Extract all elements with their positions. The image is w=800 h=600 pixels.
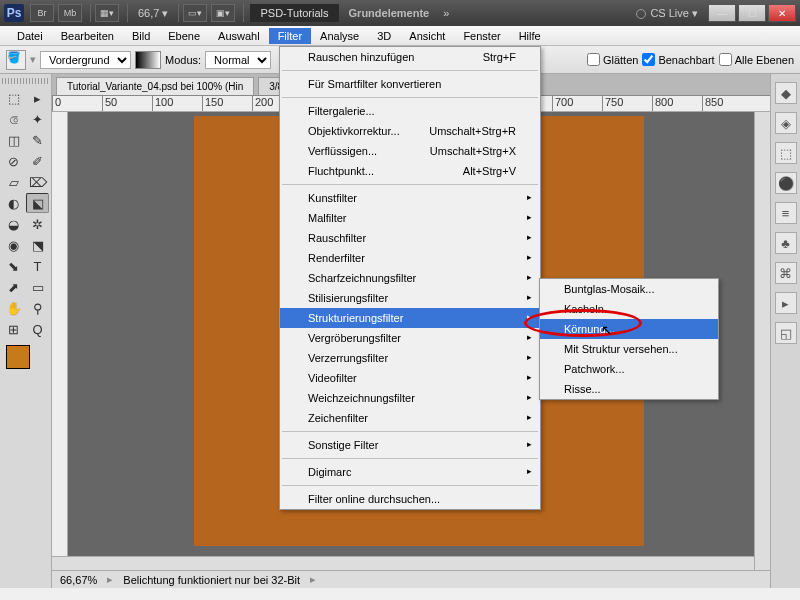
tool-18[interactable]: ⬈ bbox=[2, 277, 25, 297]
menu-bearbeiten[interactable]: Bearbeiten bbox=[52, 28, 123, 44]
panel-icon-8[interactable]: ◱ bbox=[775, 322, 797, 344]
menu-item[interactable]: Verzerrungsfilter bbox=[280, 348, 540, 368]
menu-analyse[interactable]: Analyse bbox=[311, 28, 368, 44]
menu-item[interactable]: Filtergalerie... bbox=[280, 101, 540, 121]
menu-hilfe[interactable]: Hilfe bbox=[510, 28, 550, 44]
tool-2[interactable]: ⟃ bbox=[2, 109, 25, 129]
panel-icon-7[interactable]: ▸ bbox=[775, 292, 797, 314]
menu-ansicht[interactable]: Ansicht bbox=[400, 28, 454, 44]
tool-22[interactable]: ⊞ bbox=[2, 319, 25, 339]
menu-item[interactable]: Digimarc bbox=[280, 462, 540, 482]
menu-separator bbox=[282, 184, 538, 185]
contiguous-checkbox[interactable]: Benachbart bbox=[642, 53, 714, 66]
panel-icon-5[interactable]: ♣ bbox=[775, 232, 797, 254]
view-extras-button[interactable]: ▦▾ bbox=[95, 4, 119, 22]
menu-bild[interactable]: Bild bbox=[123, 28, 159, 44]
menu-item[interactable]: Rauschen hinzufügenStrg+F bbox=[280, 47, 540, 67]
panel-icon-6[interactable]: ⌘ bbox=[775, 262, 797, 284]
tool-21[interactable]: ⚲ bbox=[26, 298, 49, 318]
menu-auswahl[interactable]: Auswahl bbox=[209, 28, 269, 44]
menu-item[interactable]: Für Smartfilter konvertieren bbox=[280, 74, 540, 94]
menu-datei[interactable]: Datei bbox=[8, 28, 52, 44]
pattern-swatch[interactable] bbox=[135, 51, 161, 69]
mode-select[interactable]: Normal bbox=[205, 51, 271, 69]
workspace-tab-basics[interactable]: Grundelemente bbox=[341, 4, 438, 22]
texture-filter-submenu: Buntglas-Mosaik...Kacheln...Körnung...Mi… bbox=[539, 278, 719, 400]
panel-icon-1[interactable]: ◈ bbox=[775, 112, 797, 134]
menu-ebene[interactable]: Ebene bbox=[159, 28, 209, 44]
minimize-button[interactable]: — bbox=[708, 4, 736, 22]
panel-icon-0[interactable]: ◆ bbox=[775, 82, 797, 104]
submenu-item[interactable]: Mit Struktur versehen... bbox=[540, 339, 718, 359]
close-button[interactable]: ✕ bbox=[768, 4, 796, 22]
menu-filter[interactable]: Filter bbox=[269, 28, 311, 44]
tool-16[interactable]: ⬊ bbox=[2, 256, 25, 276]
menu-item[interactable]: Zeichenfilter bbox=[280, 408, 540, 428]
menu-item[interactable]: Kunstfilter bbox=[280, 188, 540, 208]
maximize-button[interactable]: ☐ bbox=[738, 4, 766, 22]
menu-item[interactable]: Sonstige Filter bbox=[280, 435, 540, 455]
screen-mode-button[interactable]: ▣▾ bbox=[211, 4, 235, 22]
panel-icon-2[interactable]: ⬚ bbox=[775, 142, 797, 164]
tool-8[interactable]: ▱ bbox=[2, 172, 25, 192]
tool-4[interactable]: ◫ bbox=[2, 130, 25, 150]
menu-item[interactable]: Weichzeichnungsfilter bbox=[280, 388, 540, 408]
submenu-item[interactable]: Kacheln... bbox=[540, 299, 718, 319]
menu-item[interactable]: Vergröberungsfilter bbox=[280, 328, 540, 348]
menu-item[interactable]: Rauschfilter bbox=[280, 228, 540, 248]
menu-item[interactable]: Verflüssigen...Umschalt+Strg+X bbox=[280, 141, 540, 161]
menu-3d[interactable]: 3D bbox=[368, 28, 400, 44]
tool-14[interactable]: ◉ bbox=[2, 235, 25, 255]
menu-item[interactable]: Fluchtpunkt...Alt+Strg+V bbox=[280, 161, 540, 181]
panel-grip[interactable] bbox=[2, 78, 49, 84]
tool-7[interactable]: ✐ bbox=[26, 151, 49, 171]
tool-13[interactable]: ✲ bbox=[26, 214, 49, 234]
arrange-button[interactable]: ▭▾ bbox=[183, 4, 207, 22]
minibridge-button[interactable]: Mb bbox=[58, 4, 82, 22]
menu-item[interactable]: Malfilter bbox=[280, 208, 540, 228]
tool-preset-icon[interactable]: 🪣 bbox=[6, 50, 26, 70]
menu-item[interactable]: Filter online durchsuchen... bbox=[280, 489, 540, 509]
document-tab[interactable]: Tutorial_Variante_04.psd bei 100% (Hin bbox=[56, 77, 254, 95]
bridge-button[interactable]: Br bbox=[30, 4, 54, 22]
tool-3[interactable]: ✦ bbox=[26, 109, 49, 129]
menu-fenster[interactable]: Fenster bbox=[454, 28, 509, 44]
tool-5[interactable]: ✎ bbox=[26, 130, 49, 150]
scrollbar-vertical[interactable] bbox=[754, 112, 770, 570]
submenu-item[interactable]: Buntglas-Mosaik... bbox=[540, 279, 718, 299]
menu-item[interactable]: Videofilter bbox=[280, 368, 540, 388]
tool-1[interactable]: ▸ bbox=[26, 88, 49, 108]
foreground-color[interactable] bbox=[6, 345, 30, 369]
fill-source-select[interactable]: Vordergrund bbox=[40, 51, 131, 69]
submenu-item[interactable]: Risse... bbox=[540, 379, 718, 399]
tool-6[interactable]: ⊘ bbox=[2, 151, 25, 171]
status-zoom[interactable]: 66,67% bbox=[60, 574, 97, 586]
tool-15[interactable]: ⬔ bbox=[26, 235, 49, 255]
panel-icon-3[interactable]: ⚫ bbox=[775, 172, 797, 194]
menu-item[interactable]: Renderfilter bbox=[280, 248, 540, 268]
tool-20[interactable]: ✋ bbox=[2, 298, 25, 318]
scrollbar-horizontal[interactable] bbox=[52, 556, 770, 570]
zoom-value[interactable]: 66,7 ▾ bbox=[138, 7, 168, 20]
menu-item[interactable]: Objektivkorrektur...Umschalt+Strg+R bbox=[280, 121, 540, 141]
tool-9[interactable]: ⌦ bbox=[26, 172, 49, 192]
menu-item[interactable]: Scharfzeichnungsfilter bbox=[280, 268, 540, 288]
submenu-item[interactable]: Patchwork... bbox=[540, 359, 718, 379]
tool-11[interactable]: ⬕ bbox=[26, 193, 49, 213]
color-swatches[interactable] bbox=[6, 345, 46, 385]
cs-live-button[interactable]: CS Live ▾ bbox=[636, 7, 698, 20]
menu-item[interactable]: Strukturierungsfilter bbox=[280, 308, 540, 328]
panel-icon-4[interactable]: ≡ bbox=[775, 202, 797, 224]
tool-0[interactable]: ⬚ bbox=[2, 88, 25, 108]
tool-12[interactable]: ◒ bbox=[2, 214, 25, 234]
ruler-vertical[interactable] bbox=[52, 112, 68, 556]
tool-19[interactable]: ▭ bbox=[26, 277, 49, 297]
tool-17[interactable]: T bbox=[26, 256, 49, 276]
submenu-item[interactable]: Körnung... bbox=[540, 319, 718, 339]
tool-23[interactable]: Q bbox=[26, 319, 49, 339]
all-layers-checkbox[interactable]: Alle Ebenen bbox=[719, 53, 794, 66]
menu-item[interactable]: Stilisierungsfilter bbox=[280, 288, 540, 308]
antialias-checkbox[interactable]: Glätten bbox=[587, 53, 638, 66]
tool-10[interactable]: ◐ bbox=[2, 193, 25, 213]
workspace-tab-tutorials[interactable]: PSD-Tutorials bbox=[250, 4, 338, 22]
